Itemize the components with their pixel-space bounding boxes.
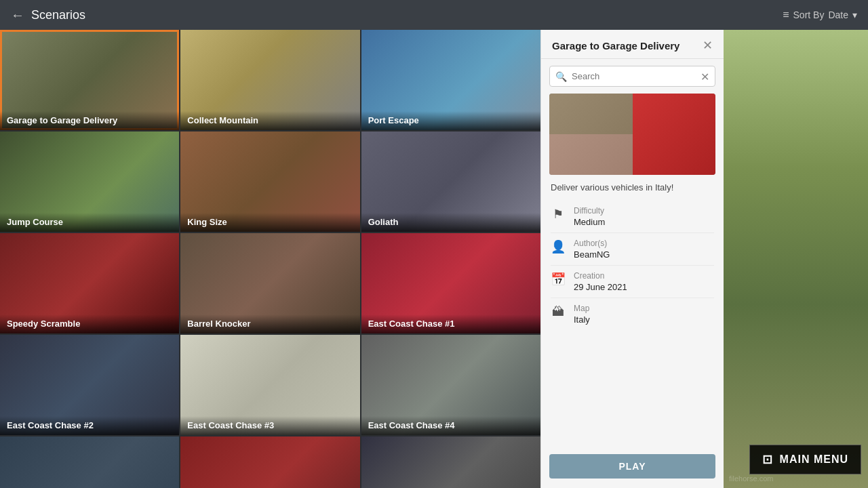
preview-cell-1 <box>549 94 633 134</box>
stat-value-3: Italy <box>574 314 590 325</box>
detail-description: Deliver various vehicles in Italy! <box>541 175 724 198</box>
sort-chevron-icon: ▾ <box>852 9 857 20</box>
scenario-item-eastcoast3[interactable]: East Coast Chase #3 <box>180 335 359 435</box>
detail-header: Garage to Garage Delivery ✕ <box>541 30 724 59</box>
scenarios-panel: Garage to Garage DeliveryCollect Mountai… <box>0 30 540 488</box>
scenario-item-jump[interactable]: Jump Course <box>0 131 179 232</box>
stat-row-3: 🏔MapItaly <box>551 298 714 330</box>
scenario-item-barrel[interactable]: Barrel Knocker <box>180 233 359 333</box>
stat-row-0: ⚑DifficultyMedium <box>551 201 714 233</box>
scenario-label-eastcoast2: East Coast Chase #2 <box>0 416 179 435</box>
stat-row-1: 👤Author(s)BeamNG <box>551 233 714 266</box>
stat-content-1: Author(s)BeamNG <box>574 239 610 260</box>
scenario-item-goliath[interactable]: Goliath <box>361 131 540 232</box>
stat-label-2: Creation <box>574 271 627 281</box>
search-bar: 🔍 ✕ <box>549 66 715 87</box>
scenario-item-extra1[interactable] <box>0 436 179 488</box>
scenario-label-collect: Collect Mountain <box>180 111 359 130</box>
back-button[interactable]: ← <box>11 7 24 23</box>
scenario-item-eastcoast2[interactable]: East Coast Chase #2 <box>0 335 179 435</box>
main-menu-icon: ⊡ <box>762 452 773 467</box>
sort-value: Date <box>828 9 848 20</box>
play-button[interactable]: PLAY <box>549 454 715 479</box>
scenario-item-collect[interactable]: Collect Mountain <box>180 30 359 130</box>
preview-mosaic <box>549 94 715 175</box>
scenario-item-speedy[interactable]: Speedy Scramble <box>0 233 179 333</box>
main-content: Garage to Garage DeliveryCollect Mountai… <box>0 30 868 488</box>
watermark: filehorse.com <box>729 474 773 483</box>
detail-preview-image <box>549 94 715 175</box>
scenario-thumbnail-extra3 <box>361 436 540 488</box>
sort-control[interactable]: ≡ Sort By Date ▾ <box>783 9 857 21</box>
scenario-label-king: King Size <box>180 213 359 232</box>
scenario-label-port: Port Escape <box>361 111 540 130</box>
scenario-label-eastcoast1: East Coast Chase #1 <box>361 314 540 333</box>
main-menu-button[interactable]: ⊡ MAIN MENU <box>749 445 861 474</box>
sort-icon: ≡ <box>783 9 789 21</box>
stat-content-2: Creation29 June 2021 <box>574 271 627 292</box>
detail-panel: Garage to Garage Delivery ✕ 🔍 ✕ Deliver … <box>540 30 724 488</box>
stat-value-1: BeamNG <box>574 249 610 260</box>
scenario-item-extra3[interactable] <box>361 436 540 488</box>
preview-cell-3 <box>633 94 716 175</box>
stat-label-0: Difficulty <box>574 206 605 216</box>
detail-play-section: PLAY <box>549 454 715 479</box>
sort-label: Sort By <box>793 9 825 20</box>
scenario-item-extra2[interactable] <box>180 436 359 488</box>
detail-title: Garage to Garage Delivery <box>552 40 679 52</box>
scenario-label-speedy: Speedy Scramble <box>0 314 179 333</box>
main-menu-label: MAIN MENU <box>780 453 848 466</box>
scenario-label-eastcoast3: East Coast Chase #3 <box>180 416 359 435</box>
scenario-label-barrel: Barrel Knocker <box>180 314 359 333</box>
detail-close-button[interactable]: ✕ <box>703 39 713 52</box>
author-icon: 👤 <box>551 239 566 254</box>
stat-label-1: Author(s) <box>574 239 610 248</box>
stat-content-0: DifficultyMedium <box>574 206 605 227</box>
scenario-label-goliath: Goliath <box>361 213 540 232</box>
scenario-thumbnail-extra1 <box>0 436 179 488</box>
difficulty-icon: ⚑ <box>551 207 566 222</box>
scenarios-grid: Garage to Garage DeliveryCollect Mountai… <box>0 30 540 488</box>
header: ← Scenarios ≡ Sort By Date ▾ <box>0 0 868 30</box>
scenario-label-garage: Garage to Garage Delivery <box>0 111 179 130</box>
stat-label-3: Map <box>574 304 590 313</box>
scenario-label-eastcoast4: East Coast Chase #4 <box>361 416 540 435</box>
stat-value-2: 29 June 2021 <box>574 282 627 292</box>
scenario-item-king[interactable]: King Size <box>180 131 359 232</box>
search-icon: 🔍 <box>555 71 567 82</box>
game-background: ⊡ MAIN MENU filehorse.com <box>724 30 868 488</box>
creation-icon: 📅 <box>551 272 566 287</box>
scenario-item-eastcoast1[interactable]: East Coast Chase #1 <box>361 233 540 333</box>
map-icon: 🏔 <box>551 304 566 319</box>
page-title: Scenarios <box>31 8 783 22</box>
search-input[interactable] <box>549 66 715 87</box>
stat-row-2: 📅Creation29 June 2021 <box>551 266 714 298</box>
scenario-thumbnail-extra2 <box>180 436 359 488</box>
preview-cell-2 <box>549 134 633 175</box>
scenario-item-garage[interactable]: Garage to Garage Delivery <box>0 30 179 130</box>
scenario-item-port[interactable]: Port Escape <box>361 30 540 130</box>
detail-stats: ⚑DifficultyMedium👤Author(s)BeamNG📅Creati… <box>541 198 724 447</box>
search-clear-button[interactable]: ✕ <box>701 70 709 83</box>
scenario-label-jump: Jump Course <box>0 213 179 232</box>
stat-content-3: MapItaly <box>574 304 590 325</box>
scenario-item-eastcoast4[interactable]: East Coast Chase #4 <box>361 335 540 435</box>
stat-value-0: Medium <box>574 217 605 227</box>
